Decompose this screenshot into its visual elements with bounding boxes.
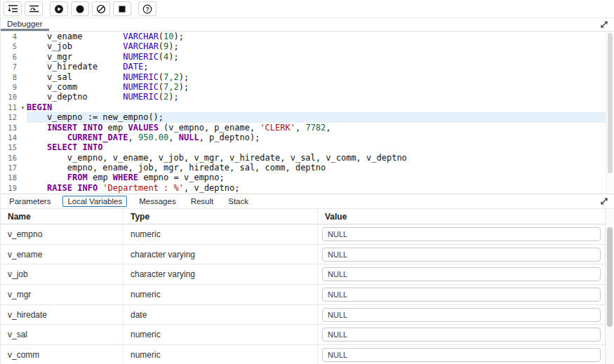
fold-arrow-icon[interactable]: ▾: [19, 102, 27, 112]
debugger-window: ? Debugger 4 v_ename VARCHAR(10);5 v_job…: [0, 0, 614, 364]
toggle-breakpoint-button[interactable]: [71, 1, 89, 16]
fold-gutter: [19, 153, 27, 163]
table-row: v_salnumeric: [1, 325, 605, 345]
variable-type-cell: character varying: [124, 264, 318, 284]
variable-value-cell: [318, 325, 605, 344]
line-number[interactable]: 15: [1, 142, 19, 152]
code-line[interactable]: 17 empno, ename, job, mgr, hiredate, sal…: [1, 163, 606, 173]
code-line-current[interactable]: 12 v_empno := new_empno();: [1, 112, 606, 122]
tab-debugger[interactable]: Debugger: [1, 18, 49, 31]
help-button-group: ?: [138, 1, 156, 16]
value-input[interactable]: [322, 267, 601, 281]
line-number[interactable]: 10: [1, 92, 19, 102]
code-line[interactable]: 15 SELECT INTO: [1, 142, 606, 152]
code-line[interactable]: 18 FROM emp WHERE empno = v_empno;: [1, 173, 606, 182]
tab-messages[interactable]: Messages: [136, 196, 178, 207]
table-scrollbar[interactable]: [605, 209, 614, 364]
code-line[interactable]: 11▾BEGIN: [1, 102, 606, 112]
step-into-button[interactable]: [4, 1, 22, 16]
variable-value-cell: [318, 264, 605, 284]
record-circle-icon: [75, 4, 85, 14]
code-line[interactable]: 20 RAISE INFO 'Employee Name : %', v_ena…: [1, 193, 606, 194]
value-input[interactable]: [322, 328, 601, 342]
line-number[interactable]: 6: [1, 52, 19, 62]
value-input[interactable]: [322, 227, 601, 241]
line-number[interactable]: 4: [1, 32, 19, 41]
tab-local-variables[interactable]: Local Variables: [62, 196, 127, 207]
variable-name-cell: v_hiredate: [1, 305, 124, 325]
code-text: RAISE INFO 'Employee Name : %', v_ename;: [27, 193, 606, 194]
code-line[interactable]: 10 v_deptno NUMERIC(2);: [1, 92, 606, 102]
variable-name-cell: v_empno: [1, 224, 124, 244]
fold-gutter: [19, 62, 27, 72]
stop-button[interactable]: [113, 1, 131, 16]
code-text: v_empno, v_ename, v_job, v_mgr, v_hireda…: [27, 153, 606, 163]
fold-gutter: [19, 52, 27, 62]
panel-expand-button[interactable]: [600, 197, 608, 205]
code-line[interactable]: 7 v_hiredate DATE;: [1, 62, 606, 72]
tab-stack[interactable]: Stack: [225, 196, 251, 207]
code-text: v_sal NUMERIC(7,2);: [27, 72, 606, 82]
debugger-bottom-panel: ParametersLocal VariablesMessagesResultS…: [1, 194, 614, 364]
code-editor[interactable]: 4 v_ename VARCHAR(10);5 v_job VARCHAR(9)…: [1, 32, 614, 194]
line-number[interactable]: 19: [1, 183, 19, 193]
svg-text:?: ?: [145, 6, 149, 13]
code-line[interactable]: 6 v_mgr NUMERIC(4);: [1, 52, 606, 62]
local-variables-table: Name Type Value v_empnonumericv_enamecha…: [1, 209, 614, 364]
code-line[interactable]: 4 v_ename VARCHAR(10);: [1, 32, 606, 41]
variable-name-cell: v_sal: [1, 325, 124, 344]
value-input[interactable]: [322, 348, 601, 362]
fold-gutter: [19, 173, 27, 182]
code-line[interactable]: 9 v_comm NUMERIC(7,2);: [1, 82, 606, 92]
line-number[interactable]: 20: [1, 193, 19, 194]
line-number[interactable]: 17: [1, 163, 19, 173]
value-input[interactable]: [322, 288, 601, 302]
line-number[interactable]: 5: [1, 41, 19, 51]
line-number[interactable]: 9: [1, 82, 19, 92]
code-line[interactable]: 14 CURRENT_DATE, 950.00, NULL, p_deptno)…: [1, 133, 606, 142]
continue-button[interactable]: [50, 1, 68, 16]
line-number[interactable]: 8: [1, 72, 19, 82]
fold-gutter: [19, 112, 27, 122]
step-button-group: [4, 1, 43, 16]
value-input[interactable]: [322, 308, 601, 322]
line-number[interactable]: 18: [1, 173, 19, 182]
table-row: v_empnonumeric: [1, 224, 605, 245]
editor-expand-button[interactable]: [600, 20, 608, 29]
variable-name-cell: v_job: [1, 264, 124, 284]
tab-parameters[interactable]: Parameters: [6, 196, 53, 207]
step-over-button[interactable]: [25, 1, 43, 16]
clear-breakpoints-button[interactable]: [92, 1, 110, 16]
code-text: RAISE INFO 'Department : %', v_deptno;: [27, 183, 606, 193]
line-number[interactable]: 13: [1, 123, 19, 133]
variable-name-cell: v_mgr: [1, 285, 124, 304]
line-number[interactable]: 16: [1, 153, 19, 163]
value-input[interactable]: [322, 248, 601, 262]
code-line[interactable]: 5 v_job VARCHAR(9);: [1, 41, 606, 51]
code-line[interactable]: 8 v_sal NUMERIC(7,2);: [1, 72, 606, 82]
editor-scrollbar-thumb[interactable]: [608, 33, 613, 173]
line-number[interactable]: 12: [1, 112, 19, 122]
fold-gutter: [19, 41, 27, 51]
line-number[interactable]: 7: [1, 62, 19, 72]
table-scrollbar-thumb[interactable]: [607, 227, 613, 327]
debugger-toolbar: ?: [1, 0, 614, 18]
line-number[interactable]: 11: [1, 102, 19, 112]
editor-tabbar: Debugger: [1, 18, 614, 32]
fold-gutter: [19, 92, 27, 102]
circle-slash-icon: [96, 4, 106, 14]
fold-gutter: [19, 133, 27, 142]
variable-value-cell: [318, 285, 605, 304]
code-line[interactable]: 19 RAISE INFO 'Department : %', v_deptno…: [1, 183, 606, 193]
table-row: v_jobcharacter varying: [1, 264, 605, 285]
step-over-icon: [29, 4, 39, 13]
tab-result[interactable]: Result: [188, 196, 217, 207]
help-button[interactable]: ?: [138, 1, 156, 16]
editor-scrollbar[interactable]: [606, 32, 614, 194]
column-header-value: Value: [318, 209, 605, 224]
line-number[interactable]: 14: [1, 133, 19, 142]
table-header-row: Name Type Value: [1, 209, 605, 224]
code-line[interactable]: 13 INSERT INTO emp VALUES (v_empno, p_en…: [1, 123, 606, 133]
code-line[interactable]: 16 v_empno, v_ename, v_job, v_mgr, v_hir…: [1, 153, 606, 163]
code-text: INSERT INTO emp VALUES (v_empno, p_ename…: [27, 123, 606, 133]
